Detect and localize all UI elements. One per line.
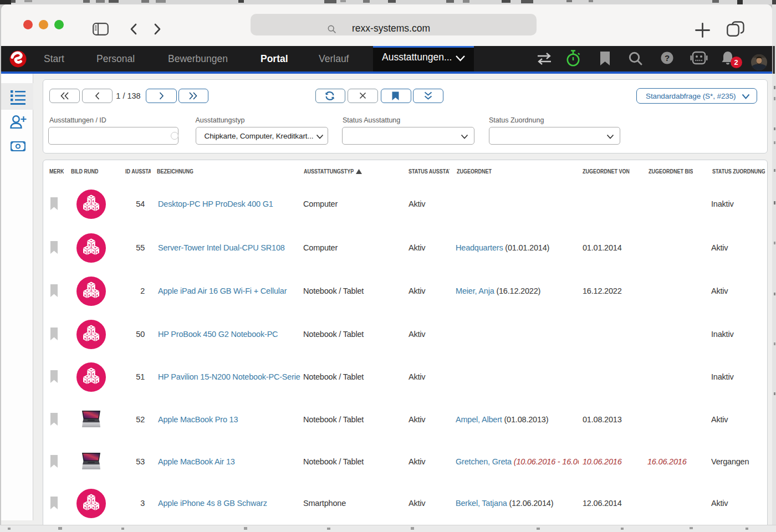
svg-text:?: ? [665,53,670,62]
